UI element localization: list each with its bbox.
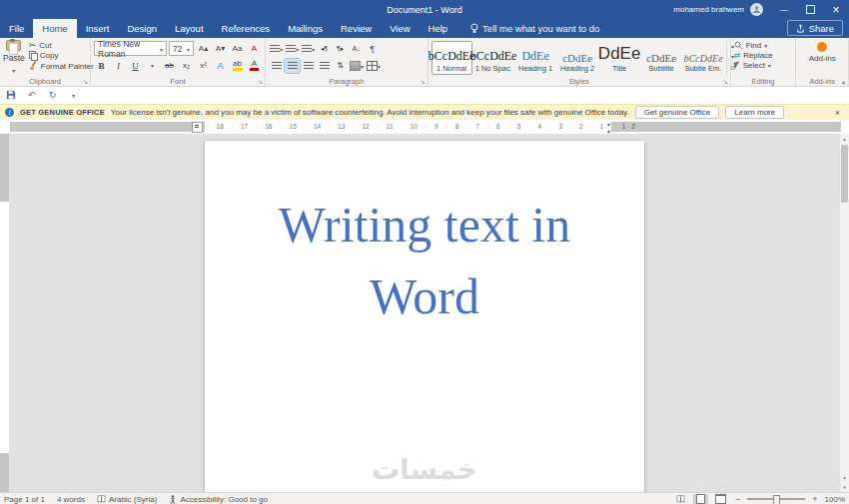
font-size-combo[interactable]: 72 xyxy=(169,41,194,56)
close-button[interactable] xyxy=(823,0,849,19)
underline-options-icon[interactable] xyxy=(145,59,160,73)
tab-view[interactable]: View xyxy=(381,19,419,38)
select-button[interactable]: Select xyxy=(734,61,793,70)
justify-button[interactable] xyxy=(317,59,332,73)
collapse-ribbon-icon[interactable] xyxy=(842,78,845,85)
get-genuine-office-button[interactable]: Get genuine Office xyxy=(635,106,720,119)
grow-font-button[interactable] xyxy=(196,42,211,56)
style-normal[interactable]: bCcDdEe 1 Normal xyxy=(431,41,472,75)
tab-insert[interactable]: Insert xyxy=(77,19,119,38)
tab-references[interactable]: References xyxy=(213,19,280,38)
font-dialog-launcher-icon[interactable] xyxy=(258,78,263,85)
align-right-button[interactable] xyxy=(301,59,316,73)
style-heading-2[interactable]: cDdEe Heading 2 xyxy=(557,41,598,75)
scroll-up-icon[interactable] xyxy=(840,134,849,144)
share-button[interactable]: Share xyxy=(787,20,843,36)
accessibility-indicator[interactable]: Accessibility: Good to go xyxy=(169,495,268,504)
line-spacing-button[interactable] xyxy=(333,59,348,73)
user-avatar[interactable] xyxy=(750,3,763,16)
vertical-scrollbar[interactable] xyxy=(839,134,849,492)
underline-button[interactable]: U xyxy=(128,59,143,73)
scrollbar-thumb[interactable] xyxy=(841,145,848,203)
increase-indent-button[interactable] xyxy=(333,42,348,56)
print-layout-button[interactable] xyxy=(693,494,708,504)
maximize-button[interactable] xyxy=(797,0,823,19)
save-button[interactable] xyxy=(3,89,18,102)
bullets-button[interactable] xyxy=(269,42,284,56)
paragraph-dialog-launcher-icon[interactable] xyxy=(421,78,425,85)
replace-button[interactable]: Replace xyxy=(734,51,793,60)
addins-button[interactable]: Add-ins xyxy=(809,54,836,63)
learn-more-button[interactable]: Learn more xyxy=(725,106,784,119)
document-page[interactable]: Writing text in Word xyxy=(205,141,644,492)
vertical-ruler[interactable] xyxy=(0,134,9,492)
zoom-in-button[interactable] xyxy=(810,494,819,504)
cut-button[interactable]: Cut xyxy=(28,40,95,50)
redo-button[interactable] xyxy=(45,89,60,102)
tab-file[interactable]: File xyxy=(0,19,33,38)
copy-button[interactable]: Copy xyxy=(28,51,95,60)
align-center-button[interactable] xyxy=(285,59,300,73)
show-hide-paragraph-marks-button[interactable] xyxy=(365,42,380,56)
clipboard-dialog-launcher-icon[interactable] xyxy=(83,78,88,85)
strikethrough-button[interactable] xyxy=(162,59,177,73)
decrease-indent-button[interactable] xyxy=(317,42,332,56)
zoom-out-button[interactable] xyxy=(733,494,742,504)
superscript-button[interactable] xyxy=(196,59,211,73)
multilevel-list-button[interactable] xyxy=(301,42,316,56)
tab-home[interactable]: Home xyxy=(33,19,76,38)
numbering-button[interactable] xyxy=(285,42,300,56)
document-line-2[interactable]: Word xyxy=(205,260,644,332)
font-color-button[interactable]: A xyxy=(247,59,262,73)
tell-me-box[interactable]: Tell me what you want to do xyxy=(470,19,599,38)
italic-button[interactable]: I xyxy=(111,59,126,73)
tab-help[interactable]: Help xyxy=(420,19,457,38)
customize-quick-access-toolbar-icon[interactable] xyxy=(66,89,81,102)
clear-formatting-button[interactable] xyxy=(247,42,262,56)
horizontal-ruler[interactable]: ·18·17·16·15·14·13·12·11·10·9·8·7·6·5·4·… xyxy=(10,122,841,132)
align-left-button[interactable] xyxy=(269,59,284,73)
font-name-combo[interactable]: Times New Roman xyxy=(94,41,167,56)
shading-button[interactable] xyxy=(349,59,365,73)
document-text[interactable]: Writing text in Word xyxy=(205,141,644,332)
page-indicator[interactable]: Page 1 of 1 xyxy=(4,495,45,504)
subscript-button[interactable] xyxy=(179,59,194,73)
minimize-button[interactable] xyxy=(771,0,797,19)
tab-layout[interactable]: Layout xyxy=(166,19,213,38)
find-button[interactable]: Find xyxy=(734,41,793,50)
zoom-slider-thumb[interactable] xyxy=(773,495,780,504)
document-line-1[interactable]: Writing text in xyxy=(205,189,644,260)
web-layout-button[interactable] xyxy=(713,494,728,504)
shrink-font-button[interactable] xyxy=(213,42,228,56)
text-effects-button[interactable] xyxy=(213,59,228,73)
highlight-color-button[interactable]: ab xyxy=(230,59,245,73)
bold-button[interactable]: B xyxy=(94,59,109,73)
next-page-icon[interactable] xyxy=(840,482,849,492)
undo-button[interactable] xyxy=(24,89,39,102)
format-painter-button[interactable]: Format Painter xyxy=(28,61,95,71)
word-count[interactable]: 4 words xyxy=(57,495,85,504)
signed-in-user[interactable]: mohamed brahwem xyxy=(673,5,744,14)
tab-review[interactable]: Review xyxy=(332,19,381,38)
addins-icon[interactable] xyxy=(817,42,827,52)
style-no-spacing[interactable]: bCcDdEe 1 No Spac... xyxy=(473,41,514,75)
style-subtitle[interactable]: cDdEe Subtitle xyxy=(641,41,682,75)
language-indicator[interactable]: Arabic (Syria) xyxy=(97,495,157,504)
hanging-indent-marker[interactable] xyxy=(607,127,610,134)
notice-close-icon[interactable] xyxy=(831,108,844,118)
sort-button[interactable] xyxy=(349,42,364,56)
change-case-button[interactable] xyxy=(230,42,245,56)
read-mode-button[interactable] xyxy=(673,494,688,504)
tab-design[interactable]: Design xyxy=(118,19,166,38)
zoom-slider[interactable] xyxy=(747,498,805,500)
paste-button[interactable]: Paste xyxy=(3,40,25,75)
style-title[interactable]: DdEe Title xyxy=(599,41,640,75)
style-heading-1[interactable]: DdEe Heading 1 xyxy=(515,41,556,75)
borders-button[interactable] xyxy=(366,59,382,73)
tab-selector[interactable] xyxy=(192,122,203,133)
tab-mailings[interactable]: Mailings xyxy=(279,19,332,38)
zoom-level[interactable]: 100% xyxy=(825,495,845,504)
styles-dialog-launcher-icon[interactable] xyxy=(723,78,728,85)
previous-page-icon[interactable] xyxy=(840,472,849,482)
style-subtle-emphasis[interactable]: bCcDdEe Subtle Em... xyxy=(683,41,724,75)
